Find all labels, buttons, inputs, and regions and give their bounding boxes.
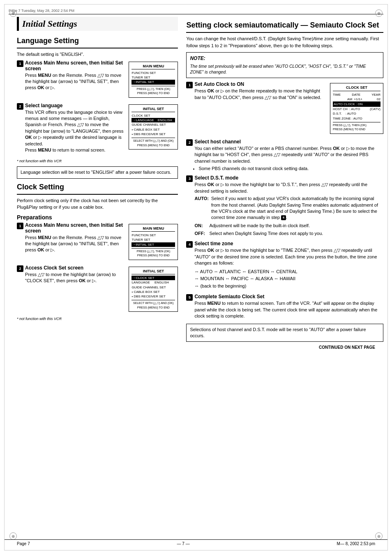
language-step-2-num: 2 xyxy=(17,103,23,110)
language-step-1-content: Access Main Menu screen, then Initial Se… xyxy=(25,60,125,91)
clock-row-header: TIME DATE YEAR xyxy=(333,92,380,97)
note-title: NOTE: xyxy=(190,55,380,62)
corner-decoration-tl xyxy=(9,9,17,17)
right-column: Setting clock semiautomatically — Semiau… xyxy=(186,17,383,350)
semiauto-step-3-body: Press OK or ▷ to move the highlight bar … xyxy=(194,182,383,194)
clock-menu-item-1: FUNCTION SET xyxy=(131,233,175,237)
clock-dst-label: D.S.T. : AUTO xyxy=(333,111,356,116)
clock-main-menu-diagram: MAIN MENU FUNCTION SET TUNER SET →INITIA… xyxy=(129,224,178,260)
clock-step-2-diagram: INITIAL SET →CLOCK SET LANGUAGE ENGLISH … xyxy=(129,265,178,313)
clock-step-2-body: Press △▽ to move the highlight bar (arro… xyxy=(25,272,125,284)
semiauto-step-1-diagram: CLOCK SET TIME DATE YEAR AM +1/1+ 02 xyxy=(330,81,383,136)
semiauto-step-2-content: Select host channel You can either selec… xyxy=(194,139,383,173)
clock-row-dst: D.S.T. : AUTO xyxy=(333,111,380,116)
option-auto-label: AUTO: xyxy=(194,196,209,221)
semiauto-step-4-num: 4 xyxy=(186,241,193,248)
continued-text: CONTINUED ON NEXT PAGE xyxy=(186,345,375,350)
page-title: Initial Settings xyxy=(22,18,77,29)
clock-main-menu-arrow: PRESS (△,▽), THEN (OK)PRESS (MENU) TO EN… xyxy=(131,248,175,258)
semiauto-step-3-num: 3 xyxy=(186,175,193,182)
language-step-1-diagram: MAIN MENU FUNCTION SET TUNER SET →INITIA… xyxy=(129,60,178,99)
option-off-label: OFF: xyxy=(194,230,207,237)
page-footer: Page 7 — 7 — M— 8, 2002 2:53 pm xyxy=(5,539,387,546)
footer-date: M— 8, 2002 2:53 pm xyxy=(337,541,375,546)
corner-decoration-br xyxy=(375,532,383,540)
language-step-1-header: 1 Access Main Menu screen, then Initial … xyxy=(17,60,125,91)
clock-step-2-content: Access Clock Set screen Press △▽ to move… xyxy=(25,265,125,284)
semiauto-heading: Setting clock semiautomatically — Semiau… xyxy=(186,21,383,30)
language-step-2-text: 2 Select language This VCR offers you th… xyxy=(17,103,125,156)
clock-step-1: 1 Access Main Menu screen, then Initial … xyxy=(17,222,178,262)
clock-auto-label: AUTO CLOCK : ON xyxy=(334,102,363,106)
clock-diagram-footer: PRESS (△,▽), THEN (OK)PRESS (MENU) TO EN… xyxy=(333,122,380,132)
clock-row-values: AM +1/1+ 02 xyxy=(333,97,380,101)
semiauto-step-2-bullet-1: Some PBS channels do not transmit clock … xyxy=(198,166,383,172)
clock-year-value: 02 xyxy=(377,97,380,101)
clock-description: Perform clock setting only if the clock … xyxy=(17,197,178,211)
clock-main-menu-title: MAIN MENU xyxy=(131,226,175,232)
language-info-box: Language selection will be reset to "ENG… xyxy=(17,166,178,178)
language-setting-heading: Language Setting xyxy=(17,37,178,45)
clock-step-1-header: 1 Access Main Menu screen, then Initial … xyxy=(17,222,125,253)
step-ref-4: 4 xyxy=(281,215,286,220)
language-description: The default setting is "ENGLISH". xyxy=(17,51,178,58)
language-step-2-diagram: INITIAL SET CLOCK SET →LANGUAGE ENGLISH … xyxy=(129,103,178,151)
language-step-1-num: 1 xyxy=(17,60,23,67)
semiauto-step-5-body: Press MENU to return to normal screen. T… xyxy=(194,300,383,319)
language-initial-item-4: • CABLE BOX SET xyxy=(131,127,175,132)
clock-divider xyxy=(17,194,178,195)
semiauto-step-1: 1 Set Auto Clock to ON Press OK or ▷ on … xyxy=(186,81,383,136)
semiauto-intro: You can change the host channel/D.S.T. (… xyxy=(186,35,383,49)
footer-page-num: — 7 — xyxy=(177,541,190,546)
clock-year-label: YEAR xyxy=(371,92,380,97)
clock-initial-item-1: →CLOCK SET xyxy=(131,276,175,280)
clock-step-1-content: Access Main Menu screen, then Initial Se… xyxy=(25,222,125,253)
left-column: Initial Settings Language Setting The de… xyxy=(17,17,178,350)
language-not-function-note: * not function with this VCR xyxy=(17,159,178,163)
clock-step-1-diagram: MAIN MENU FUNCTION SET TUNER SET →INITIA… xyxy=(129,222,178,262)
clock-initial-item-5: • DBS RECEIVER SET xyxy=(131,294,175,299)
language-menu-item-1: FUNCTION SET xyxy=(131,71,175,75)
clock-time-value: AM +1/1+ xyxy=(347,97,362,101)
language-main-menu-title: MAIN MENU xyxy=(131,64,175,70)
language-main-menu-arrow: PRESS (△,▽), THEN (OK)PRESS (MENU) TO EN… xyxy=(131,86,175,96)
semiauto-step-4: 4 Select time zone Press OK or ▷ to move… xyxy=(186,241,383,291)
language-step-2-body: This VCR offers you the language choice … xyxy=(25,109,125,154)
semiauto-step-5-content: Complete Semiauto Clock Set Press MENU t… xyxy=(194,294,383,319)
preparations-heading: Preparations xyxy=(17,214,178,221)
semiauto-step-2-title: Select host channel xyxy=(194,139,383,145)
semiauto-step-3-title: Select D.S.T. mode xyxy=(194,175,383,181)
clock-menu-item-2: TUNER SET xyxy=(131,237,175,242)
clock-step-2-num: 2 xyxy=(17,265,23,272)
timezone-arrows: ↔ AUTO ↔ ATLANTIC ↔ EASTERN ↔ CENTRAL ↔ … xyxy=(194,268,383,290)
clock-step-2: 2 Access Clock Set screen Press △▽ to mo… xyxy=(17,265,178,313)
semiauto-divider xyxy=(186,32,383,33)
clock-not-function-note: * not function with this VCR xyxy=(17,317,178,321)
language-step-2: 2 Select language This VCR offers you th… xyxy=(17,103,178,156)
language-info-text: Language selection will be reset to "ENG… xyxy=(21,170,171,175)
option-off: OFF: Select when Daylight Saving Time do… xyxy=(194,230,383,237)
semiauto-step-1-num: 1 xyxy=(186,82,193,88)
clock-initial-item-3: GUIDE CHANNEL SET xyxy=(131,285,175,290)
semiauto-step-5: 5 Complete Semiauto Clock Set Press MENU… xyxy=(186,294,383,319)
corner-decoration-bl xyxy=(9,532,17,540)
corner-decoration-tr xyxy=(375,9,383,17)
option-off-text: Select when Daylight Saving Time does no… xyxy=(209,230,323,237)
semiauto-step-2: 2 Select host channel You can either sel… xyxy=(186,139,383,173)
semiauto-step-5-title: Complete Semiauto Clock Set xyxy=(194,294,383,299)
semiauto-step-4-title: Select time zone xyxy=(194,241,383,246)
clock-initial-set-title: INITIAL SET xyxy=(131,269,175,275)
clock-step-2-header: 2 Access Clock Set screen Press △▽ to mo… xyxy=(17,265,125,284)
semiauto-step-5-num: 5 xyxy=(186,294,193,301)
semiauto-step-3: 3 Select D.S.T. mode Press OK or ▷ to mo… xyxy=(186,175,383,238)
language-step-1-title: Access Main Menu screen, then Initial Se… xyxy=(25,60,125,71)
option-auto-text: Select if you want to adjust your VCR's … xyxy=(211,196,383,221)
language-step-2-header: 2 Select language This VCR offers you th… xyxy=(17,103,125,154)
language-initial-item-5: • DBS RECEIVER SET xyxy=(131,132,175,136)
content-area: Initial Settings Language Setting The de… xyxy=(9,17,383,350)
clock-setting-heading: Clock Setting xyxy=(17,183,178,191)
clock-step-1-text: 1 Access Main Menu screen, then Initial … xyxy=(17,222,125,256)
file-info: Page 7 Tuesday, May 28, 2002 2:54 PM xyxy=(9,9,74,13)
language-step-1: 1 Access Main Menu screen, then Initial … xyxy=(17,60,178,99)
semiauto-step-1-title: Set Auto Clock to ON xyxy=(194,81,327,87)
